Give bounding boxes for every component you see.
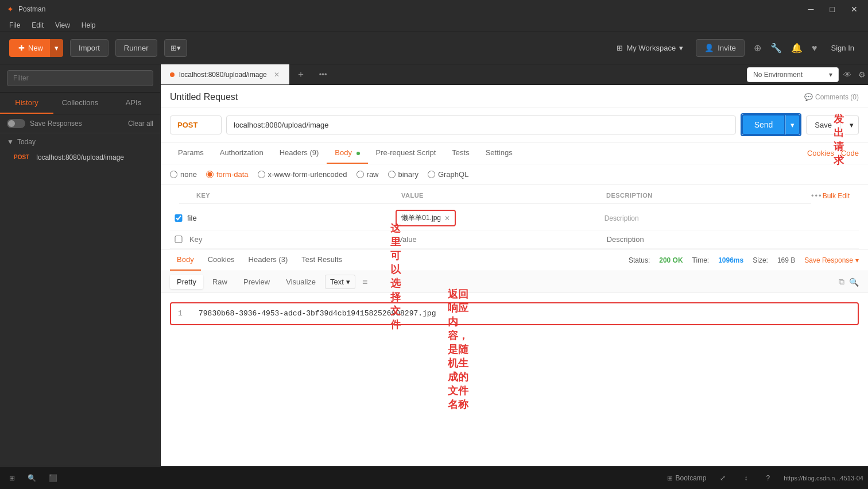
- method-select[interactable]: POST GET PUT DELETE: [170, 115, 222, 134]
- empty-description-input[interactable]: [604, 234, 813, 245]
- resp-tab-headers[interactable]: Headers (3): [242, 249, 295, 271]
- body-options: none form-data x-www-form-urlencoded raw…: [161, 164, 868, 185]
- menu-view[interactable]: View: [51, 20, 75, 30]
- request-tab[interactable]: localhost:8080/upload/image ✕: [161, 64, 289, 84]
- copy-icon-btn[interactable]: ⧉: [839, 277, 844, 287]
- menu-file[interactable]: File: [5, 20, 25, 30]
- workspace-selector[interactable]: ⊞ My Workspace ▾: [611, 40, 689, 56]
- time-value: 1096ms: [718, 256, 743, 264]
- save-arrow-button[interactable]: ▾: [845, 115, 859, 134]
- send-button[interactable]: Send: [742, 114, 786, 135]
- response-content: 79830b68-3936-4953-adcd-3bf39d4cb1941582…: [199, 308, 436, 319]
- save-button[interactable]: Save: [806, 115, 840, 134]
- tab-authorization[interactable]: Authorization: [212, 143, 272, 164]
- row-checkbox[interactable]: [170, 214, 187, 222]
- option-raw[interactable]: raw: [356, 170, 379, 179]
- description-column-header: DESCRIPTION: [606, 192, 811, 199]
- add-tab-button[interactable]: ＋: [289, 68, 312, 80]
- text-format-selector[interactable]: Text ▾: [325, 275, 355, 289]
- tab-settings[interactable]: Settings: [478, 143, 521, 164]
- sidebar-tab-apis[interactable]: APIs: [107, 93, 160, 114]
- fmt-tab-preview[interactable]: Preview: [237, 275, 277, 289]
- tab-params[interactable]: Params: [170, 143, 212, 164]
- satellite-icon-btn[interactable]: ⊕: [751, 40, 764, 56]
- postman-status-bar: ⊞ 🔍 ⬛ ⊞ Bootcamp ⤢ ↕ ? https://blog.csdn…: [0, 466, 868, 489]
- sidebar-tab-history[interactable]: History: [0, 93, 53, 114]
- format-icon[interactable]: ≡: [362, 277, 367, 287]
- more-tabs-button[interactable]: •••: [312, 70, 334, 79]
- find-icon-btn[interactable]: 🔍: [23, 472, 41, 484]
- sync-icon-btn[interactable]: ↕: [739, 472, 752, 484]
- sidebar-tab-collections[interactable]: Collections: [53, 93, 107, 114]
- option-urlencoded[interactable]: x-www-form-urlencoded: [258, 170, 347, 179]
- new-button[interactable]: ✚ New ▾: [9, 39, 63, 57]
- extra-button[interactable]: ⊞▾: [164, 39, 187, 57]
- runner-button[interactable]: Runner: [115, 39, 157, 57]
- new-arrow[interactable]: ▾: [50, 39, 63, 57]
- more-options-icon[interactable]: •••: [811, 191, 823, 200]
- env-gear-button[interactable]: ⚙: [856, 68, 868, 82]
- close-button[interactable]: ✕: [847, 3, 861, 15]
- empty-value-input[interactable]: [396, 234, 604, 245]
- comment-icon: 💬: [804, 93, 813, 101]
- option-form-data[interactable]: form-data: [206, 170, 249, 179]
- resp-tab-body[interactable]: Body: [170, 249, 201, 271]
- code-link[interactable]: Code: [841, 149, 859, 157]
- menu-help[interactable]: Help: [77, 20, 100, 30]
- tab-tests[interactable]: Tests: [444, 143, 477, 164]
- minimize-button[interactable]: ─: [805, 3, 817, 15]
- send-arrow-button[interactable]: ▾: [785, 114, 800, 135]
- status-label: Status:: [629, 256, 650, 264]
- invite-button[interactable]: 👤 Invite: [696, 39, 745, 57]
- search-icon-btn[interactable]: 🔍: [849, 277, 859, 287]
- toggle-switch[interactable]: [7, 119, 25, 128]
- url-input[interactable]: [226, 115, 736, 134]
- value-cell: 懒羊羊01.jpg ✕: [396, 210, 604, 226]
- resp-tab-cookies[interactable]: Cookies: [201, 249, 242, 271]
- heart-icon-btn[interactable]: ♥: [809, 41, 820, 56]
- option-binary[interactable]: binary: [388, 170, 418, 179]
- empty-row-checkbox[interactable]: [170, 236, 187, 243]
- tab-body[interactable]: Body: [327, 143, 367, 164]
- option-graphql[interactable]: GraphQL: [428, 170, 468, 179]
- empty-key-input[interactable]: [187, 234, 396, 245]
- request-tab-label: localhost:8080/upload/image: [179, 71, 267, 79]
- new-label: New: [28, 44, 43, 52]
- sign-in-button[interactable]: Sign In: [827, 41, 859, 55]
- key-cell: file: [187, 214, 396, 222]
- maximize-button[interactable]: □: [827, 3, 838, 15]
- filter-input[interactable]: [7, 70, 153, 86]
- text-format-label: Text: [330, 278, 344, 286]
- clear-all-button[interactable]: Clear all: [128, 120, 153, 128]
- layout-icon-btn[interactable]: ⊞: [5, 472, 20, 484]
- sidebar-today-header: ▼ Today: [7, 138, 153, 146]
- resp-tab-test-results[interactable]: Test Results: [294, 249, 349, 271]
- console-icon-btn[interactable]: ⬛: [44, 472, 62, 484]
- toggle-knob: [8, 120, 15, 127]
- bootcamp-label[interactable]: ⊞ Bootcamp: [667, 474, 706, 482]
- env-eye-button[interactable]: 👁: [841, 68, 854, 82]
- expand-icon-btn[interactable]: ⤢: [715, 472, 730, 484]
- sidebar-search-area: [0, 64, 160, 93]
- comments-link[interactable]: 💬 Comments (0): [804, 93, 859, 101]
- env-dropdown[interactable]: No Environment ▾: [747, 67, 839, 82]
- tab-headers[interactable]: Headers (9): [272, 143, 327, 164]
- tab-close-icon[interactable]: ✕: [274, 71, 280, 79]
- cookies-link[interactable]: Cookies: [807, 149, 834, 157]
- tab-pre-request[interactable]: Pre-request Script: [368, 143, 444, 164]
- env-selector: No Environment ▾ 👁 ⚙: [747, 67, 868, 82]
- help-icon-btn[interactable]: ?: [761, 472, 774, 484]
- bulk-edit-button[interactable]: Bulk Edit: [823, 192, 850, 200]
- option-none[interactable]: none: [170, 170, 197, 179]
- notification-icon-btn[interactable]: 🔔: [789, 40, 805, 56]
- fmt-tab-pretty[interactable]: Pretty: [170, 275, 203, 289]
- wrench-icon-btn[interactable]: 🔧: [768, 40, 784, 56]
- remove-file-icon[interactable]: ✕: [444, 214, 450, 222]
- fmt-tab-visualize[interactable]: Visualize: [279, 275, 323, 289]
- import-button[interactable]: Import: [70, 39, 108, 57]
- history-item[interactable]: POST localhost:8080/upload/image: [7, 149, 153, 165]
- save-response-button[interactable]: Save Response ▾: [804, 256, 859, 264]
- tab-bar: localhost:8080/upload/image ✕ ＋ ••• No E…: [161, 64, 868, 85]
- fmt-tab-raw[interactable]: Raw: [206, 275, 234, 289]
- menu-edit[interactable]: Edit: [27, 20, 48, 30]
